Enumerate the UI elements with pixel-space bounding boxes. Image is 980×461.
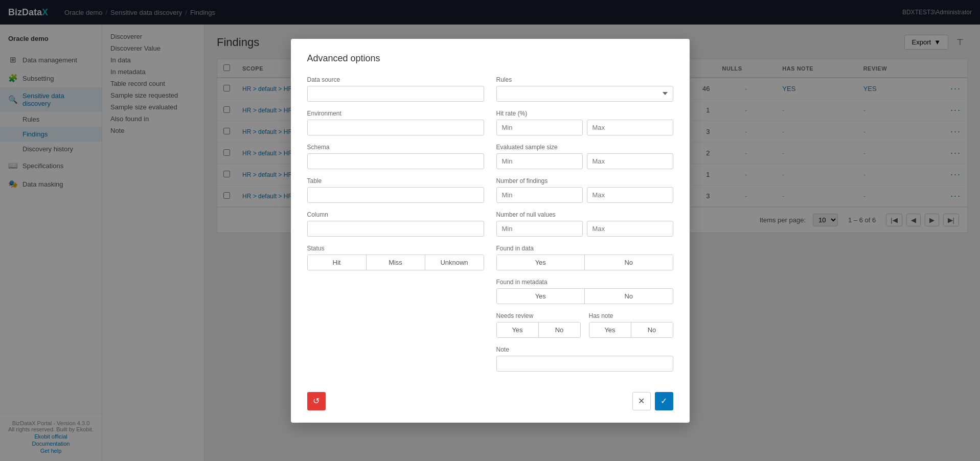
rules-select[interactable] bbox=[496, 86, 673, 102]
table-label: Table bbox=[307, 177, 484, 185]
null-min-input[interactable] bbox=[496, 221, 583, 237]
found-in-meta-toggle: Yes No bbox=[496, 288, 673, 304]
has-note-group: Has note Yes No bbox=[589, 312, 673, 338]
note-input[interactable] bbox=[496, 356, 673, 372]
schema-label: Schema bbox=[307, 144, 484, 151]
modal-footer: ↺ ✕ ✓ bbox=[307, 392, 673, 410]
modal-body: Data source Environment Schema Table Col bbox=[307, 76, 673, 380]
environment-input[interactable] bbox=[307, 120, 484, 135]
null-values-label: Number of null values bbox=[496, 211, 673, 218]
null-values-range bbox=[496, 221, 673, 237]
has-note-label: Has note bbox=[589, 312, 673, 319]
column-group: Column bbox=[307, 211, 484, 237]
data-source-group: Data source bbox=[307, 76, 484, 102]
status-label: Status bbox=[307, 245, 484, 252]
findings-min-input[interactable] bbox=[496, 187, 583, 203]
found-in-data-label: Found in data bbox=[496, 245, 673, 252]
status-hit-btn[interactable]: Hit bbox=[308, 255, 367, 270]
has-note-no-btn[interactable]: No bbox=[631, 322, 673, 337]
needs-review-no-btn[interactable]: No bbox=[539, 322, 580, 337]
findings-count-label: Number of findings bbox=[496, 177, 673, 185]
data-source-input[interactable] bbox=[307, 86, 484, 102]
needs-review-group: Needs review Yes No bbox=[496, 312, 581, 338]
found-in-meta-yes-btn[interactable]: Yes bbox=[497, 289, 585, 304]
null-max-input[interactable] bbox=[587, 221, 673, 237]
schema-input[interactable] bbox=[307, 153, 484, 169]
modal-overlay[interactable]: Advanced options Data source Environment… bbox=[0, 0, 980, 461]
table-input[interactable] bbox=[307, 187, 484, 203]
hit-rate-group: Hit rate (%) bbox=[496, 110, 673, 135]
needs-review-label: Needs review bbox=[496, 312, 581, 319]
needs-review-yes-btn[interactable]: Yes bbox=[497, 322, 539, 337]
found-in-meta-label: Found in metadata bbox=[496, 279, 673, 286]
confirm-button[interactable]: ✓ bbox=[655, 392, 673, 410]
reset-button[interactable]: ↺ bbox=[307, 392, 326, 410]
hit-rate-range bbox=[496, 120, 673, 135]
found-in-meta-group: Found in metadata Yes No bbox=[496, 279, 673, 304]
evaluated-sample-group: Evaluated sample size bbox=[496, 144, 673, 169]
environment-group: Environment bbox=[307, 110, 484, 135]
evaluated-sample-label: Evaluated sample size bbox=[496, 144, 673, 151]
note-label: Note bbox=[496, 346, 673, 353]
found-in-data-toggle: Yes No bbox=[496, 255, 673, 270]
found-in-data-no-btn[interactable]: No bbox=[585, 255, 673, 270]
environment-label: Environment bbox=[307, 110, 484, 117]
rules-group: Rules bbox=[496, 76, 673, 102]
status-group: Status Hit Miss Unknown bbox=[307, 245, 484, 270]
evaluated-min-input[interactable] bbox=[496, 153, 583, 169]
findings-count-group: Number of findings bbox=[496, 177, 673, 203]
cancel-icon: ✕ bbox=[638, 396, 645, 406]
evaluated-sample-range bbox=[496, 153, 673, 169]
findings-max-input[interactable] bbox=[587, 187, 673, 203]
column-input[interactable] bbox=[307, 221, 484, 237]
table-group: Table bbox=[307, 177, 484, 203]
cancel-button[interactable]: ✕ bbox=[632, 392, 651, 410]
advanced-options-modal: Advanced options Data source Environment… bbox=[291, 39, 690, 423]
status-unknown-btn[interactable]: Unknown bbox=[425, 255, 484, 270]
has-note-yes-btn[interactable]: Yes bbox=[589, 322, 631, 337]
found-in-meta-no-btn[interactable]: No bbox=[585, 289, 673, 304]
hit-rate-min-input[interactable] bbox=[496, 120, 583, 135]
found-in-data-group: Found in data Yes No bbox=[496, 245, 673, 270]
status-miss-btn[interactable]: Miss bbox=[367, 255, 425, 270]
hit-rate-label: Hit rate (%) bbox=[496, 110, 673, 117]
data-source-label: Data source bbox=[307, 76, 484, 83]
modal-title: Advanced options bbox=[307, 53, 673, 64]
column-label: Column bbox=[307, 211, 484, 218]
evaluated-max-input[interactable] bbox=[587, 153, 673, 169]
modal-right-col: Rules Hit rate (%) Evaluated sample size bbox=[496, 76, 673, 380]
findings-range bbox=[496, 187, 673, 203]
null-values-group: Number of null values bbox=[496, 211, 673, 237]
found-in-data-yes-btn[interactable]: Yes bbox=[497, 255, 585, 270]
has-note-toggle: Yes No bbox=[589, 322, 673, 338]
note-group: Note bbox=[496, 346, 673, 372]
reset-icon: ↺ bbox=[313, 396, 320, 406]
rules-label: Rules bbox=[496, 76, 673, 83]
modal-footer-right: ✕ ✓ bbox=[632, 392, 673, 410]
modal-left-col: Data source Environment Schema Table Col bbox=[307, 76, 484, 380]
status-toggle: Hit Miss Unknown bbox=[307, 255, 484, 270]
needs-review-toggle: Yes No bbox=[496, 322, 581, 338]
hit-rate-max-input[interactable] bbox=[587, 120, 673, 135]
confirm-icon: ✓ bbox=[660, 396, 667, 406]
schema-group: Schema bbox=[307, 144, 484, 169]
